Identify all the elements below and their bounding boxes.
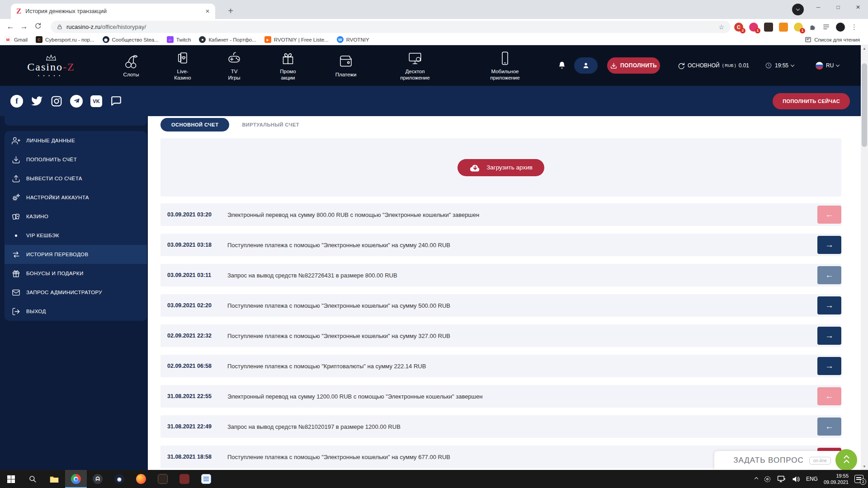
bookmark-cybersport[interactable]: CCybersport.ru - пор... bbox=[36, 36, 94, 43]
transaction-direction-button[interactable]: ← bbox=[817, 387, 841, 405]
start-button[interactable] bbox=[0, 470, 22, 488]
sidebar-item-logout[interactable]: ВЫХОД bbox=[5, 302, 147, 321]
transaction-direction-button[interactable]: ← bbox=[817, 206, 841, 224]
language-switcher[interactable]: RU bbox=[816, 45, 839, 86]
taskbar-search-button[interactable] bbox=[22, 470, 43, 488]
transaction-direction-button[interactable]: → bbox=[817, 327, 841, 345]
profile-button[interactable] bbox=[574, 57, 598, 74]
bookmark-star-icon[interactable]: ☆ bbox=[718, 23, 724, 31]
time-widget[interactable]: 19:55 bbox=[765, 45, 794, 86]
scroll-down-icon[interactable]: ▼ bbox=[861, 463, 868, 470]
extension-dark-icon[interactable] bbox=[764, 23, 773, 32]
taskbar-clock[interactable]: 19:55 09.09.2021 bbox=[824, 473, 849, 486]
sidebar-item-casino[interactable]: КАЗИНО bbox=[5, 207, 147, 226]
telegram-link[interactable] bbox=[70, 94, 83, 108]
bookmark-twitch[interactable]: ⌐Twitch bbox=[167, 36, 191, 43]
extension-yellow-icon[interactable]: 1 bbox=[794, 23, 803, 32]
chat-link[interactable] bbox=[109, 94, 123, 108]
bookmark-rvotniy[interactable]: WRVOTNIY bbox=[337, 36, 369, 43]
bookmark-steam[interactable]: ◉Сообщество Stea... bbox=[103, 36, 159, 43]
scrollbar-thumb[interactable] bbox=[862, 63, 867, 147]
taskbar-file-explorer[interactable] bbox=[43, 470, 65, 488]
chat-widget[interactable]: ЗАДАТЬ ВОПРОС on-line bbox=[714, 451, 850, 470]
tab-close-icon[interactable]: ✕ bbox=[205, 8, 210, 14]
balance-widget[interactable]: ОСНОВНОЙ ( RUB ) 0.01 bbox=[677, 45, 749, 86]
deposit-now-button[interactable]: ПОПОЛНИТЬ СЕЙЧАС bbox=[773, 93, 850, 109]
taskbar-steam[interactable]: ◉ bbox=[108, 470, 130, 488]
nav-item-payments[interactable]: Платежи bbox=[326, 45, 366, 86]
sidebar-item-transfer-history[interactable]: ИСТОРИЯ ПЕРЕВОДОВ bbox=[5, 245, 147, 264]
url-path: /office/historypay/ bbox=[100, 23, 146, 30]
address-bar[interactable]: rucasino-z.ru/office/historypay/ ☆ bbox=[51, 21, 731, 33]
nav-item-desktop-app[interactable]: Десктоп приложение bbox=[390, 45, 440, 86]
taskbar-chrome[interactable] bbox=[65, 470, 87, 488]
obs-icon[interactable] bbox=[764, 475, 771, 483]
sidebar-item-bonuses[interactable]: БОНУСЫ И ПОДАРКИ bbox=[5, 264, 147, 283]
reading-list-button[interactable]: Список для чтения bbox=[805, 36, 863, 43]
download-archive-button[interactable]: Загрузить архив bbox=[458, 159, 544, 176]
network-display-icon[interactable] bbox=[777, 475, 786, 483]
transaction-description: Электронный перевод на сумму 800.00 RUB … bbox=[227, 211, 479, 218]
action-center-icon[interactable]: 2 bbox=[854, 475, 863, 483]
extensions-puzzle-icon[interactable] bbox=[809, 23, 816, 31]
transaction-direction-button[interactable]: ← bbox=[817, 266, 841, 284]
nav-item-promo[interactable]: Промо акции bbox=[268, 45, 308, 86]
new-tab-button[interactable]: + bbox=[224, 5, 237, 17]
profile-avatar[interactable] bbox=[836, 23, 845, 32]
window-close-button[interactable]: ✕ bbox=[848, 0, 868, 14]
chat-toggle-button[interactable] bbox=[835, 449, 857, 471]
tab-virtual-account[interactable]: ВИРТУАЛЬНЫЙ СЧЕТ bbox=[242, 122, 299, 127]
transaction-row: 03.09.2021 02:20 Поступление платежа с п… bbox=[160, 294, 841, 317]
window-maximize-button[interactable]: □ bbox=[828, 0, 848, 14]
extension-c-icon[interactable]: C2 bbox=[734, 23, 743, 32]
nav-item-mobile-app[interactable]: Мобильное приложение bbox=[480, 45, 530, 86]
deposit-button[interactable]: ПОПОЛНИТЬ bbox=[607, 57, 660, 74]
instagram-link[interactable] bbox=[50, 94, 63, 108]
tabs-list-icon[interactable] bbox=[822, 23, 830, 31]
url-text[interactable]: rucasino-z.ru/office/historypay/ bbox=[66, 23, 146, 30]
casino-logo[interactable]: Casino-Z ♦♦♦♦♦ bbox=[13, 48, 90, 83]
transaction-direction-button[interactable]: ← bbox=[817, 418, 841, 436]
taskbar-firefox[interactable] bbox=[130, 470, 152, 488]
forward-icon[interactable]: → bbox=[17, 22, 31, 31]
nav-item-live-casino[interactable]: Live- Казино bbox=[162, 45, 203, 86]
transaction-direction-button[interactable]: → bbox=[817, 236, 841, 254]
nav-item-tv-games[interactable]: TV Игры bbox=[216, 45, 252, 86]
bookmark-kabinet[interactable]: ●Кабинет - Портфо... bbox=[199, 36, 256, 43]
sidebar-item-vip-cashback[interactable]: VIP КЕШБЭК bbox=[5, 226, 147, 245]
window-minimize-button[interactable]: ─ bbox=[808, 0, 828, 14]
vk-link[interactable]: VK bbox=[90, 94, 103, 108]
back-icon[interactable]: ← bbox=[4, 22, 17, 31]
arrow-right-icon: → bbox=[825, 331, 834, 341]
taskbar-media-player[interactable] bbox=[174, 470, 195, 488]
notifications-bell[interactable] bbox=[557, 45, 567, 86]
nav-item-slots[interactable]: Слоты bbox=[113, 45, 149, 86]
taskbar-notepad[interactable] bbox=[195, 470, 217, 488]
extension-pink-icon[interactable]: 1 bbox=[749, 23, 758, 32]
facebook-link[interactable]: f bbox=[10, 94, 24, 108]
speaker-icon[interactable] bbox=[792, 475, 800, 483]
sidebar-item-deposit[interactable]: ПОПОЛНИТЬ СЧЁТ bbox=[5, 150, 147, 169]
sidebar-item-withdraw[interactable]: ВЫВЕСТИ СО СЧЁТА bbox=[5, 169, 147, 188]
taskbar-image-viewer[interactable] bbox=[152, 470, 174, 488]
user-plus-icon bbox=[12, 136, 20, 145]
browser-menu-icon[interactable]: ⋮ bbox=[851, 23, 858, 31]
browser-tab[interactable]: Z История денежных транзакций ✕ bbox=[11, 4, 215, 19]
sidebar-item-account-settings[interactable]: НАСТРОЙКИ АККАУНТА bbox=[5, 188, 147, 207]
transaction-direction-button[interactable]: → bbox=[817, 296, 841, 314]
sidebar-item-personal-data[interactable]: ЛИЧНЫЕ ДАННЫЕ bbox=[5, 131, 147, 150]
bookmark-gmail[interactable]: MGmail bbox=[5, 36, 28, 43]
page-scrollbar[interactable]: ▲ ▼ bbox=[861, 45, 868, 470]
browser-media-button[interactable] bbox=[792, 4, 804, 15]
tab-main-account[interactable]: ОСНОВНОЙ СЧЕТ bbox=[160, 118, 229, 131]
bookmark-rvotniy-free[interactable]: ▸RVOTNIY | Free Liste... bbox=[264, 36, 329, 43]
extension-orange-icon[interactable] bbox=[779, 23, 788, 32]
transaction-direction-button[interactable]: → bbox=[817, 357, 841, 375]
taskbar-discord[interactable]: ᗣ bbox=[87, 470, 108, 488]
refresh-icon[interactable] bbox=[31, 22, 44, 31]
scroll-up-icon[interactable]: ▲ bbox=[861, 45, 868, 52]
tray-expand-icon[interactable] bbox=[755, 477, 758, 481]
keyboard-language[interactable]: ENG bbox=[806, 476, 818, 482]
sidebar-item-admin-request[interactable]: ЗАПРОС АДМИНИСТРАТОРУ bbox=[5, 283, 147, 302]
twitter-link[interactable] bbox=[30, 94, 43, 108]
